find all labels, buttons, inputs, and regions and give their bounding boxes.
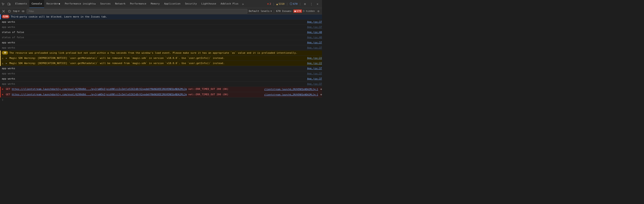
url-link[interactable]: https://clientstream.launchdarkly.com/ev… (12, 93, 187, 96)
warn-triangle-icon: ⚠ (2, 61, 5, 65)
context-dropdown-icon: ▼ (18, 10, 20, 12)
console-row: app works App.jsx:37 (0, 71, 322, 76)
tab-container: ElementsConsoleRecorder ⏺Performance ins… (13, 0, 241, 8)
row-source[interactable]: App.jsx:37 (306, 82, 322, 86)
tab-memory[interactable]: Memory (148, 0, 162, 8)
row-source[interactable]: App.jsx:22 (306, 61, 322, 65)
settings-icon[interactable]: ⚙ (303, 2, 307, 6)
console-row: ✖ GET https://clientstream.launchdarkly.… (0, 87, 322, 92)
hidden-count: 3 hidden (303, 10, 315, 13)
issues-button[interactable]: 670 Issues: ■ 670 3 hidden (276, 10, 315, 13)
console-row: app works App.jsx:37 (0, 45, 322, 51)
row-message: app works (2, 77, 306, 81)
clear-console-icon[interactable] (1, 9, 6, 14)
row-source[interactable]: App.jsx:37 (306, 66, 322, 70)
row-source[interactable]: App.jsx:40 (306, 36, 322, 40)
device-icon[interactable] (7, 2, 11, 6)
row-message: app works (2, 72, 306, 76)
log-level-select[interactable]: Default levels ▼ (249, 10, 272, 13)
row-net-source: clientstream.launchd…2RUVENEQxNDA2MiJg:1… (262, 87, 322, 91)
badge-sep-1: | (273, 3, 274, 6)
tab-performance-insights[interactable]: Performance insights ◈ (62, 0, 98, 8)
issues-label: 670 Issues: (276, 10, 292, 13)
close-devtools-icon[interactable]: ✕ (315, 2, 320, 6)
console-row: ⚠ ▶ Magic SDK Warning: [DEPRECATION_NOTI… (0, 61, 322, 66)
svg-point-7 (23, 11, 23, 12)
tab-performance[interactable]: Performance (128, 0, 148, 8)
error-badge: ✖ 2 (267, 2, 271, 6)
console-row: status of false App.jsx:40 (0, 35, 322, 40)
filter-input[interactable] (27, 9, 248, 14)
net-icon: ⊕ (320, 88, 322, 91)
console-toolbar: top ▼ Default levels ▼ | 670 Issues: ■ 6… (0, 8, 322, 14)
row-source[interactable]: App.jsx:37 (306, 41, 322, 45)
row-message: app works (2, 41, 306, 45)
row-message: status of false (2, 30, 306, 34)
net-icon: ⊕ (320, 93, 322, 96)
more-tabs-button[interactable]: » (241, 2, 245, 6)
console-row: app works App.jsx:37 (0, 81, 322, 87)
tab-elements[interactable]: Elements (13, 0, 29, 8)
stop-icon[interactable] (7, 9, 12, 14)
net-source-link[interactable]: clientstream.launchd…2RUVENEQxNDA2MiJg:1 (264, 93, 318, 96)
issues-count-value: 670 (296, 10, 301, 13)
tab-application[interactable]: Application (162, 0, 183, 8)
error-circle-icon: ✖ (267, 2, 269, 6)
prompt-icon: ❯ (2, 98, 3, 101)
row-source[interactable]: App.jsx:37 (306, 72, 322, 76)
expand-icon[interactable]: ▶ (6, 56, 9, 60)
more-options-icon[interactable]: ⋮ (309, 2, 314, 6)
console-row: status of false App.jsx:40 (0, 30, 322, 35)
row-message: app works (2, 25, 306, 29)
row-source[interactable]: App.jsx:37 (306, 77, 322, 81)
row-message: GET https://clientstream.launchdarkly.co… (6, 87, 262, 91)
eye-icon[interactable] (21, 9, 25, 14)
expand-icon[interactable]: ▶ (6, 61, 9, 65)
tab-adblock-plus[interactable]: Adblock Plus (218, 0, 241, 8)
error-circle-icon: ✖ (2, 87, 5, 91)
console-row: 5286 Third-party cookie will be blocked.… (0, 14, 322, 20)
row-message: Third-party cookie will be blocked. Lear… (11, 15, 322, 19)
context-selector[interactable]: top ▼ (13, 10, 20, 13)
tab-lighthouse[interactable]: Lighthouse (199, 0, 218, 8)
tab-sources[interactable]: Sources (98, 0, 113, 8)
console-row: app works App.jsx:37 (0, 66, 322, 71)
badge-sep-2: | (286, 3, 288, 6)
error-count: 2 (270, 3, 271, 6)
context-label: top (13, 10, 18, 13)
row-message: app works (2, 66, 306, 70)
warn-badge: ▲ 5310 (276, 3, 284, 6)
console-prompt[interactable]: ❯ (0, 97, 322, 102)
net-source-link[interactable]: clientstream.launchd…2RUVENEQxNDA2MiJg:1 (264, 88, 318, 90)
row-source[interactable]: App.jsx:37 (306, 46, 322, 50)
issues-count-badge: ■ 670 (293, 10, 302, 13)
tab-bar: ElementsConsoleRecorder ⏺Performance ins… (0, 0, 322, 8)
row-message: status of false (2, 36, 306, 40)
error-count-badge: 5286 (2, 15, 10, 19)
tab-network[interactable]: Network (113, 0, 128, 8)
row-source[interactable]: App.jsx:37 (306, 20, 322, 24)
inspect-icon[interactable] (1, 2, 6, 6)
row-source[interactable]: App.jsx:40 (306, 30, 322, 34)
row-message: GET https://clientstream.launchdarkly.co… (6, 92, 262, 96)
row-source[interactable]: App.jsx:22 (306, 56, 322, 60)
tab-console[interactable]: Console (29, 0, 44, 8)
error-mini-icon: ■ (294, 10, 296, 12)
row-message: app works (2, 20, 306, 24)
row-message: The resource was preloaded using link pr… (10, 51, 322, 55)
info-badge: ⓘ 670 (290, 2, 298, 6)
svg-rect-0 (8, 3, 10, 5)
toolbar-right: Default levels ▼ | 670 Issues: ■ 670 3 h… (249, 9, 321, 14)
badge-sep-3: | (299, 3, 301, 6)
tab-security[interactable]: Security (182, 0, 199, 8)
error-circle-icon: ✖ (2, 92, 5, 96)
url-link[interactable]: https://clientstream.launchdarkly.com/ev… (12, 88, 187, 90)
tab-recorder[interactable]: Recorder ⏺ (44, 0, 62, 8)
tab-bar-icons (1, 2, 11, 6)
issues-settings-icon[interactable]: ⚙ (316, 9, 321, 14)
console-row: app works App.jsx:37 (0, 40, 322, 45)
warn-triangle-icon: ⚠ (2, 56, 5, 60)
row-source[interactable]: App.jsx:37 (306, 25, 322, 29)
console-row: 30 The resource was preloaded using link… (0, 51, 322, 56)
console-row: app works App.jsx:37 (0, 25, 322, 30)
